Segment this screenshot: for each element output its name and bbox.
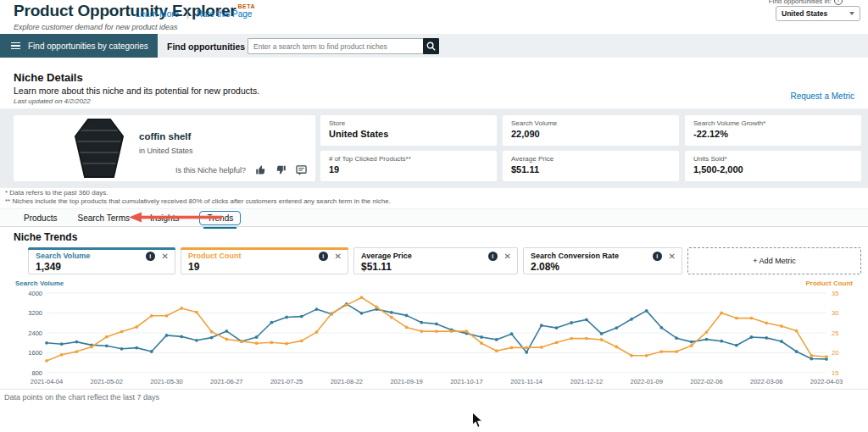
trend-card-value: 19 (188, 261, 199, 273)
svg-text:800: 800 (31, 369, 42, 377)
trend-card-average-price[interactable]: Average Price $51.11 i✕ (353, 247, 518, 274)
product-opportunity-explorer-page: Product Opportunity ExplorerBETA Learn M… (0, 0, 868, 432)
info-icon[interactable]: i (319, 252, 328, 261)
info-icon[interactable]: i (146, 252, 155, 261)
metric-label: Store (329, 119, 345, 127)
learn-more-link[interactable]: Learn More (136, 9, 179, 19)
svg-text:25: 25 (832, 330, 838, 337)
thumbs-up-icon[interactable] (255, 164, 266, 175)
metric-value: 19 (329, 164, 339, 174)
trend-card-search-conversion-rate[interactable]: Search Conversion Rate 2.08% i✕ (523, 247, 682, 274)
niche-trends-chart: 40003200240016008003530252015Search Volu… (14, 280, 854, 388)
tab-products[interactable]: Products (24, 213, 57, 223)
svg-text:2021-05-02: 2021-05-02 (91, 378, 123, 385)
niche-details-heading: Niche Details (14, 71, 83, 84)
metric-value: -22.12% (693, 129, 728, 139)
info-icon[interactable]: i (488, 252, 498, 261)
trend-card-search-volume[interactable]: Search Volume 1,349 i✕ (28, 247, 175, 274)
svg-text:2022-02-06: 2022-02-06 (690, 378, 722, 385)
marketplace-dropdown[interactable]: United States (776, 6, 860, 21)
footnote-2: ** Niches include the top products that … (5, 197, 391, 205)
helpful-prompt: Is this Niche helpful? (175, 166, 246, 174)
tab-search-terms[interactable]: Search Terms (77, 213, 130, 223)
card-accent-bar (353, 247, 518, 250)
niche-location: in United States (139, 147, 193, 155)
categories-menu-button[interactable]: Find opportunities by categories (0, 34, 158, 58)
svg-text:4000: 4000 (28, 290, 42, 297)
card-accent-bar (28, 247, 175, 250)
svg-text:2021-10-17: 2021-10-17 (450, 378, 482, 385)
divider (0, 389, 868, 390)
trend-card-product-count[interactable]: Product Count 19 i✕ (181, 247, 348, 274)
svg-text:2022-03-06: 2022-03-06 (750, 378, 782, 385)
metric-value: United States (329, 129, 388, 139)
trend-card-value: $51.11 (361, 261, 392, 273)
beta-badge: BETA (238, 3, 256, 9)
metric-label: Average Price (511, 155, 554, 163)
page-subtitle: Explore customer demand for new product … (14, 23, 178, 31)
helpful-row: Is this Niche helpful? (175, 164, 307, 175)
close-icon[interactable]: ✕ (669, 252, 676, 261)
card-accent-bar (523, 247, 682, 250)
info-icon[interactable]: i (834, 0, 843, 5)
svg-text:15: 15 (832, 369, 838, 377)
trend-card-value: 2.08% (531, 261, 559, 273)
chart-footnote: Data points on the chart reflect the las… (4, 393, 159, 402)
svg-text:3200: 3200 (28, 309, 42, 317)
niche-trends-heading: Niche Trends (14, 231, 77, 243)
trend-metric-cards: Search Volume 1,349 i✕ Product Count 19 … (28, 247, 861, 274)
trend-card-label: Product Count (188, 252, 242, 260)
svg-text:2021-07-25: 2021-07-25 (270, 378, 303, 385)
niche-card: coffin shelf in United States Is this Ni… (14, 115, 315, 181)
svg-text:2022-01-09: 2022-01-09 (631, 378, 663, 385)
metric-label: Search Volume (511, 119, 557, 127)
line-chart: 40003200240016008003530252015Search Volu… (14, 280, 854, 388)
metric-label: Units Sold* (693, 155, 727, 163)
rate-this-page-link[interactable]: Rate this Page (197, 9, 253, 19)
svg-text:2022-04-03: 2022-04-03 (810, 378, 843, 385)
hamburger-icon (11, 42, 20, 50)
metric-value: 1,500-2,000 (693, 164, 743, 174)
request-a-metric-link[interactable]: Request a Metric (790, 91, 854, 101)
svg-text:Search Volume: Search Volume (15, 280, 64, 287)
niche-product-image (71, 119, 127, 178)
metric-value: $51.11 (511, 164, 539, 174)
metric-card-store: Store United States (320, 115, 497, 146)
footnote-1: * Data refers to the past 360 days. (5, 189, 108, 197)
header-links: Learn More | Rate this Page (136, 9, 252, 19)
svg-text:2021-04-04: 2021-04-04 (31, 378, 63, 385)
svg-text:35: 35 (832, 290, 838, 297)
feedback-comment-icon[interactable] (296, 165, 307, 175)
close-icon[interactable]: ✕ (335, 252, 342, 261)
red-annotation-arrow (129, 212, 224, 223)
svg-text:2021-05-30: 2021-05-30 (150, 378, 182, 385)
search-button[interactable] (423, 38, 439, 54)
link-divider: | (186, 9, 189, 19)
trend-card-label: Average Price (361, 252, 412, 260)
card-accent-bar (181, 247, 348, 250)
svg-text:20: 20 (832, 349, 838, 357)
trend-card-label: Search Conversion Rate (531, 252, 619, 260)
metric-card-search-volume-growth: Search Volume Growth* -22.12% (685, 115, 861, 146)
mouse-cursor (471, 412, 483, 429)
close-icon[interactable]: ✕ (504, 252, 511, 261)
metric-card-search-volume: Search Volume 22,090 (503, 115, 679, 146)
metric-card-units-sold: Units Sold* 1,500-2,000 (685, 151, 861, 181)
marketplace-label: Find opportunities in:i (769, 0, 843, 5)
metric-value: 22,090 (511, 129, 540, 139)
metric-card-top-clicked-products: # of Top Clicked Products** 19 (320, 151, 497, 181)
metric-label: # of Top Clicked Products** (329, 155, 411, 163)
metric-label: Search Volume Growth* (693, 119, 765, 127)
last-updated-text: Last updated on 4/2/2022 (14, 97, 91, 105)
svg-text:2021-09-19: 2021-09-19 (390, 378, 422, 385)
add-metric-button[interactable]: + Add Metric (687, 247, 861, 274)
info-icon[interactable]: i (653, 252, 662, 261)
svg-text:2400: 2400 (28, 330, 42, 337)
trend-card-value: 1,349 (36, 261, 61, 273)
chevron-down-icon (849, 12, 854, 15)
close-icon[interactable]: ✕ (162, 252, 169, 261)
trend-card-label: Search Volume (36, 252, 90, 260)
thumbs-down-icon[interactable] (275, 164, 287, 175)
svg-text:2021-12-12: 2021-12-12 (570, 378, 603, 385)
search-input[interactable] (248, 38, 426, 54)
